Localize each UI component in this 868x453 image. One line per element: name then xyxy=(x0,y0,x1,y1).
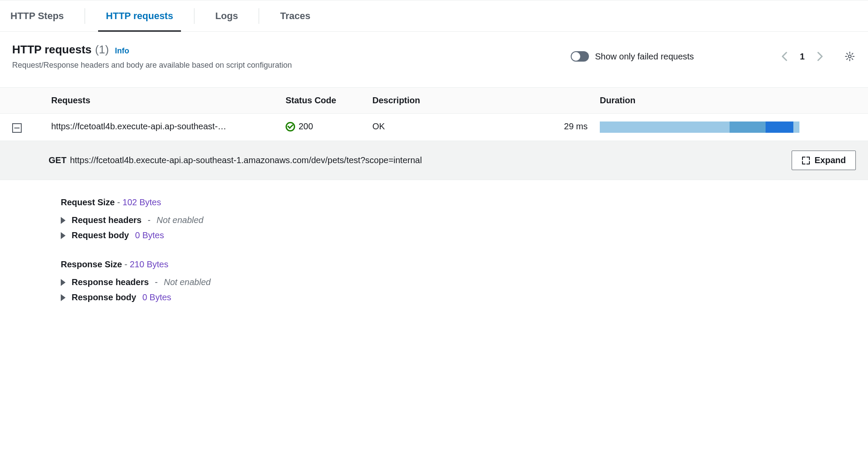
response-headers-row[interactable]: Response headers - Not enabled xyxy=(61,277,856,287)
request-size-label: Request Size xyxy=(61,197,115,207)
request-headers-status: Not enabled xyxy=(157,215,204,225)
tab-http-requests[interactable]: HTTP requests xyxy=(106,1,173,31)
toggle-knob xyxy=(572,52,580,61)
duration-segment xyxy=(600,121,730,133)
title-block: HTTP requests (1) Info Request/Response … xyxy=(12,43,560,70)
response-body-value: 0 Bytes xyxy=(142,292,171,302)
failed-only-toggle-group: Show only failed requests xyxy=(571,51,694,62)
page-number: 1 xyxy=(800,52,805,62)
next-page-button[interactable] xyxy=(814,50,826,62)
response-size-value: 210 Bytes xyxy=(130,259,168,269)
pagination: 1 xyxy=(778,50,856,62)
tab-separator xyxy=(85,8,85,24)
duration-segment xyxy=(793,121,799,133)
gear-icon xyxy=(845,51,855,62)
request-detail-body: Request Size - 102 Bytes Request headers… xyxy=(0,180,868,339)
response-headers-status: Not enabled xyxy=(164,277,211,287)
expand-button[interactable]: Expand xyxy=(792,151,856,170)
duration-bar xyxy=(600,121,799,133)
prev-page-button[interactable] xyxy=(778,50,790,62)
collapse-row-button[interactable] xyxy=(12,123,22,133)
http-method: GET xyxy=(49,155,66,165)
tab-http-steps[interactable]: HTTP Steps xyxy=(10,1,64,31)
status-code: 200 xyxy=(299,121,313,131)
expand-button-label: Expand xyxy=(815,155,846,165)
column-requests: Requests xyxy=(51,95,286,105)
expand-icon xyxy=(802,156,810,165)
tab-separator xyxy=(259,8,259,24)
info-link[interactable]: Info xyxy=(115,46,129,56)
duration-segment xyxy=(730,121,766,133)
request-body-label: Request body xyxy=(72,230,129,240)
column-duration: Duration xyxy=(594,95,856,105)
chevron-left-icon xyxy=(781,52,787,61)
request-section: Request Size - 102 Bytes Request headers… xyxy=(61,197,856,240)
svg-point-0 xyxy=(848,55,851,58)
description-cell: OK xyxy=(372,121,546,131)
request-headers-label: Request headers xyxy=(72,215,141,225)
failed-only-label: Show only failed requests xyxy=(595,52,694,62)
full-request-url: https://fcetoatl4b.execute-api.ap-southe… xyxy=(70,155,422,165)
response-body-label: Response body xyxy=(72,292,136,302)
duration-segment xyxy=(766,121,793,133)
panel-header: HTTP requests (1) Info Request/Response … xyxy=(0,32,868,70)
failed-only-toggle[interactable] xyxy=(571,51,589,62)
disclosure-triangle-icon xyxy=(61,279,66,286)
tab-separator xyxy=(194,8,194,24)
success-icon xyxy=(286,122,295,131)
tab-bar: HTTP Steps HTTP requests Logs Traces xyxy=(0,0,868,32)
response-size-label: Response Size xyxy=(61,259,122,269)
request-body-value: 0 Bytes xyxy=(135,230,164,240)
chevron-right-icon xyxy=(817,52,823,61)
http-requests-panel: HTTP Steps HTTP requests Logs Traces HTT… xyxy=(0,0,868,339)
status-cell: 200 xyxy=(286,121,372,131)
request-body-row[interactable]: Request body 0 Bytes xyxy=(61,230,856,240)
column-description: Description xyxy=(372,95,546,105)
table-header: Requests Status Code Description Duratio… xyxy=(0,87,868,114)
column-status: Status Code xyxy=(286,95,372,105)
duration-value: 29 ms xyxy=(546,121,594,131)
disclosure-triangle-icon xyxy=(61,294,66,301)
settings-button[interactable] xyxy=(844,50,856,62)
tab-logs[interactable]: Logs xyxy=(215,1,238,31)
request-count: (1) xyxy=(95,43,109,56)
table-row: https://fcetoatl4b.execute-api.ap-southe… xyxy=(0,114,868,141)
response-body-row[interactable]: Response body 0 Bytes xyxy=(61,292,856,302)
request-size-value: 102 Bytes xyxy=(122,197,161,207)
svg-rect-1 xyxy=(14,128,20,128)
tab-traces[interactable]: Traces xyxy=(280,1,310,31)
request-headers-row[interactable]: Request headers - Not enabled xyxy=(61,215,856,225)
response-section: Response Size - 210 Bytes Response heade… xyxy=(61,259,856,302)
page-subtitle: Request/Response headers and body are av… xyxy=(12,61,560,70)
minus-icon xyxy=(14,128,20,128)
page-title: HTTP requests xyxy=(12,43,92,56)
disclosure-triangle-icon xyxy=(61,217,66,224)
request-url-cell: https://fcetoatl4b.execute-api.ap-southe… xyxy=(51,121,286,131)
disclosure-triangle-icon xyxy=(61,232,66,239)
request-detail-header: GEThttps://fcetoatl4b.execute-api.ap-sou… xyxy=(0,141,868,180)
response-headers-label: Response headers xyxy=(72,277,149,287)
